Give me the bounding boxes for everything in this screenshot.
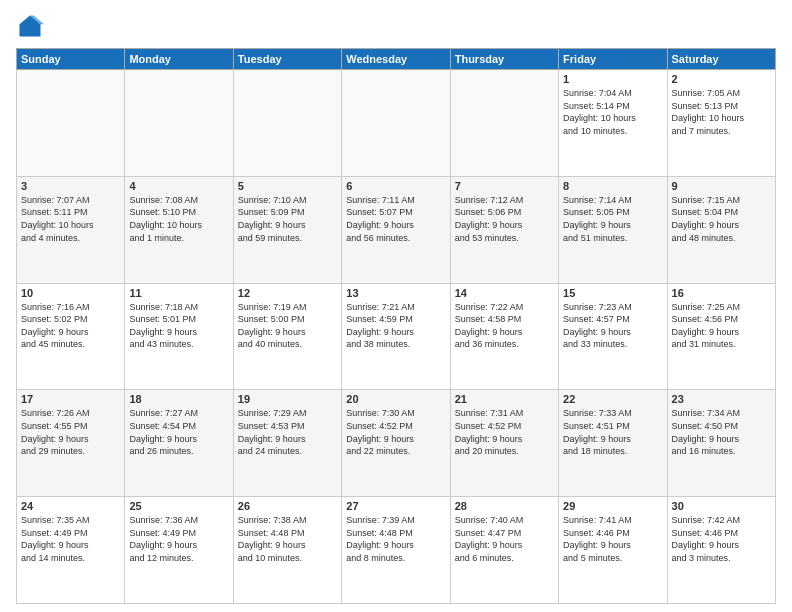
- day-number: 17: [21, 393, 120, 405]
- day-number: 9: [672, 180, 771, 192]
- day-info: Sunrise: 7:10 AM Sunset: 5:09 PM Dayligh…: [238, 194, 337, 244]
- day-info: Sunrise: 7:15 AM Sunset: 5:04 PM Dayligh…: [672, 194, 771, 244]
- calendar-cell: 26Sunrise: 7:38 AM Sunset: 4:48 PM Dayli…: [233, 497, 341, 604]
- calendar-cell: 17Sunrise: 7:26 AM Sunset: 4:55 PM Dayli…: [17, 390, 125, 497]
- calendar-cell: 14Sunrise: 7:22 AM Sunset: 4:58 PM Dayli…: [450, 283, 558, 390]
- day-number: 2: [672, 73, 771, 85]
- day-number: 18: [129, 393, 228, 405]
- day-number: 24: [21, 500, 120, 512]
- day-info: Sunrise: 7:21 AM Sunset: 4:59 PM Dayligh…: [346, 301, 445, 351]
- day-info: Sunrise: 7:14 AM Sunset: 5:05 PM Dayligh…: [563, 194, 662, 244]
- calendar-cell: 5Sunrise: 7:10 AM Sunset: 5:09 PM Daylig…: [233, 176, 341, 283]
- day-number: 26: [238, 500, 337, 512]
- calendar-cell: 7Sunrise: 7:12 AM Sunset: 5:06 PM Daylig…: [450, 176, 558, 283]
- weekday-header-tuesday: Tuesday: [233, 49, 341, 70]
- weekday-header-sunday: Sunday: [17, 49, 125, 70]
- svg-marker-0: [20, 16, 41, 37]
- week-row-1: 1Sunrise: 7:04 AM Sunset: 5:14 PM Daylig…: [17, 70, 776, 177]
- calendar-cell: 28Sunrise: 7:40 AM Sunset: 4:47 PM Dayli…: [450, 497, 558, 604]
- calendar-cell: 21Sunrise: 7:31 AM Sunset: 4:52 PM Dayli…: [450, 390, 558, 497]
- day-info: Sunrise: 7:35 AM Sunset: 4:49 PM Dayligh…: [21, 514, 120, 564]
- weekday-header-saturday: Saturday: [667, 49, 775, 70]
- calendar-cell: 10Sunrise: 7:16 AM Sunset: 5:02 PM Dayli…: [17, 283, 125, 390]
- day-number: 13: [346, 287, 445, 299]
- calendar-cell: 30Sunrise: 7:42 AM Sunset: 4:46 PM Dayli…: [667, 497, 775, 604]
- day-info: Sunrise: 7:33 AM Sunset: 4:51 PM Dayligh…: [563, 407, 662, 457]
- day-number: 21: [455, 393, 554, 405]
- day-info: Sunrise: 7:11 AM Sunset: 5:07 PM Dayligh…: [346, 194, 445, 244]
- day-number: 5: [238, 180, 337, 192]
- calendar-cell: 15Sunrise: 7:23 AM Sunset: 4:57 PM Dayli…: [559, 283, 667, 390]
- day-info: Sunrise: 7:04 AM Sunset: 5:14 PM Dayligh…: [563, 87, 662, 137]
- calendar-cell: 16Sunrise: 7:25 AM Sunset: 4:56 PM Dayli…: [667, 283, 775, 390]
- calendar-cell: 25Sunrise: 7:36 AM Sunset: 4:49 PM Dayli…: [125, 497, 233, 604]
- day-info: Sunrise: 7:26 AM Sunset: 4:55 PM Dayligh…: [21, 407, 120, 457]
- calendar-cell: [233, 70, 341, 177]
- day-info: Sunrise: 7:07 AM Sunset: 5:11 PM Dayligh…: [21, 194, 120, 244]
- calendar-cell: 12Sunrise: 7:19 AM Sunset: 5:00 PM Dayli…: [233, 283, 341, 390]
- day-info: Sunrise: 7:30 AM Sunset: 4:52 PM Dayligh…: [346, 407, 445, 457]
- day-info: Sunrise: 7:40 AM Sunset: 4:47 PM Dayligh…: [455, 514, 554, 564]
- day-info: Sunrise: 7:23 AM Sunset: 4:57 PM Dayligh…: [563, 301, 662, 351]
- day-info: Sunrise: 7:27 AM Sunset: 4:54 PM Dayligh…: [129, 407, 228, 457]
- calendar-cell: [17, 70, 125, 177]
- day-number: 11: [129, 287, 228, 299]
- page: SundayMondayTuesdayWednesdayThursdayFrid…: [0, 0, 792, 612]
- logo: [16, 12, 48, 40]
- calendar-cell: 18Sunrise: 7:27 AM Sunset: 4:54 PM Dayli…: [125, 390, 233, 497]
- day-info: Sunrise: 7:39 AM Sunset: 4:48 PM Dayligh…: [346, 514, 445, 564]
- calendar-cell: 11Sunrise: 7:18 AM Sunset: 5:01 PM Dayli…: [125, 283, 233, 390]
- day-number: 4: [129, 180, 228, 192]
- day-number: 1: [563, 73, 662, 85]
- day-info: Sunrise: 7:34 AM Sunset: 4:50 PM Dayligh…: [672, 407, 771, 457]
- calendar-cell: 22Sunrise: 7:33 AM Sunset: 4:51 PM Dayli…: [559, 390, 667, 497]
- day-number: 16: [672, 287, 771, 299]
- day-info: Sunrise: 7:41 AM Sunset: 4:46 PM Dayligh…: [563, 514, 662, 564]
- calendar-cell: 27Sunrise: 7:39 AM Sunset: 4:48 PM Dayli…: [342, 497, 450, 604]
- calendar-cell: 29Sunrise: 7:41 AM Sunset: 4:46 PM Dayli…: [559, 497, 667, 604]
- day-info: Sunrise: 7:36 AM Sunset: 4:49 PM Dayligh…: [129, 514, 228, 564]
- day-info: Sunrise: 7:16 AM Sunset: 5:02 PM Dayligh…: [21, 301, 120, 351]
- day-number: 30: [672, 500, 771, 512]
- header: [16, 12, 776, 40]
- calendar-cell: 2Sunrise: 7:05 AM Sunset: 5:13 PM Daylig…: [667, 70, 775, 177]
- day-info: Sunrise: 7:22 AM Sunset: 4:58 PM Dayligh…: [455, 301, 554, 351]
- day-info: Sunrise: 7:08 AM Sunset: 5:10 PM Dayligh…: [129, 194, 228, 244]
- day-number: 3: [21, 180, 120, 192]
- weekday-header-thursday: Thursday: [450, 49, 558, 70]
- day-info: Sunrise: 7:42 AM Sunset: 4:46 PM Dayligh…: [672, 514, 771, 564]
- day-info: Sunrise: 7:05 AM Sunset: 5:13 PM Dayligh…: [672, 87, 771, 137]
- week-row-5: 24Sunrise: 7:35 AM Sunset: 4:49 PM Dayli…: [17, 497, 776, 604]
- day-number: 22: [563, 393, 662, 405]
- day-number: 25: [129, 500, 228, 512]
- calendar-cell: 13Sunrise: 7:21 AM Sunset: 4:59 PM Dayli…: [342, 283, 450, 390]
- day-number: 29: [563, 500, 662, 512]
- day-number: 14: [455, 287, 554, 299]
- day-number: 12: [238, 287, 337, 299]
- day-number: 7: [455, 180, 554, 192]
- calendar-cell: 6Sunrise: 7:11 AM Sunset: 5:07 PM Daylig…: [342, 176, 450, 283]
- calendar-cell: 8Sunrise: 7:14 AM Sunset: 5:05 PM Daylig…: [559, 176, 667, 283]
- day-info: Sunrise: 7:31 AM Sunset: 4:52 PM Dayligh…: [455, 407, 554, 457]
- calendar-cell: [450, 70, 558, 177]
- day-info: Sunrise: 7:19 AM Sunset: 5:00 PM Dayligh…: [238, 301, 337, 351]
- weekday-header-monday: Monday: [125, 49, 233, 70]
- day-info: Sunrise: 7:12 AM Sunset: 5:06 PM Dayligh…: [455, 194, 554, 244]
- calendar: SundayMondayTuesdayWednesdayThursdayFrid…: [16, 48, 776, 604]
- day-number: 20: [346, 393, 445, 405]
- calendar-cell: 23Sunrise: 7:34 AM Sunset: 4:50 PM Dayli…: [667, 390, 775, 497]
- day-info: Sunrise: 7:38 AM Sunset: 4:48 PM Dayligh…: [238, 514, 337, 564]
- week-row-3: 10Sunrise: 7:16 AM Sunset: 5:02 PM Dayli…: [17, 283, 776, 390]
- day-number: 10: [21, 287, 120, 299]
- day-number: 28: [455, 500, 554, 512]
- calendar-cell: 19Sunrise: 7:29 AM Sunset: 4:53 PM Dayli…: [233, 390, 341, 497]
- day-info: Sunrise: 7:25 AM Sunset: 4:56 PM Dayligh…: [672, 301, 771, 351]
- day-number: 27: [346, 500, 445, 512]
- day-number: 6: [346, 180, 445, 192]
- weekday-header-row: SundayMondayTuesdayWednesdayThursdayFrid…: [17, 49, 776, 70]
- calendar-cell: [125, 70, 233, 177]
- day-info: Sunrise: 7:29 AM Sunset: 4:53 PM Dayligh…: [238, 407, 337, 457]
- calendar-cell: 24Sunrise: 7:35 AM Sunset: 4:49 PM Dayli…: [17, 497, 125, 604]
- logo-icon: [16, 12, 44, 40]
- day-number: 23: [672, 393, 771, 405]
